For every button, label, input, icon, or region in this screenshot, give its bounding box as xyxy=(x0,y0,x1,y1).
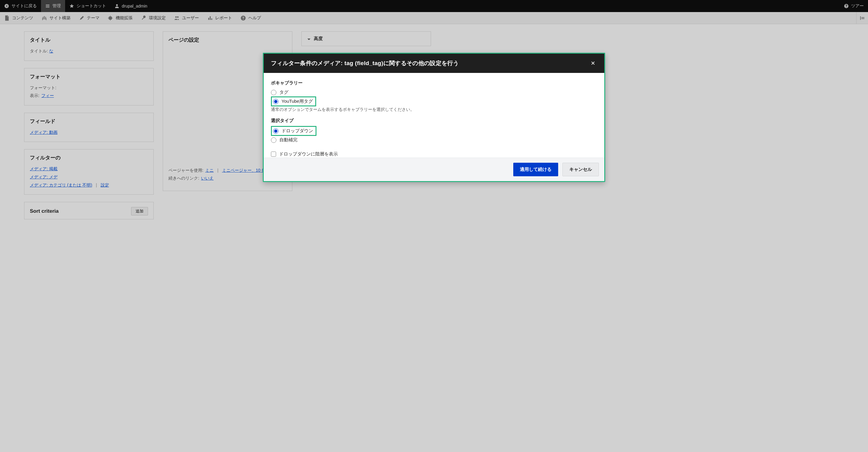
vocabulary-radio-youtube-label[interactable]: YouTube用タグ xyxy=(281,99,313,104)
dialog-header: フィルター条件のメディア: tag (field_tag)に関するその他の設定を… xyxy=(264,54,604,73)
selection-radio-autocomplete[interactable] xyxy=(271,137,276,143)
selection-radio-dropdown[interactable] xyxy=(273,128,278,134)
hierarchy-checkbox[interactable] xyxy=(271,152,276,157)
dialog-footer: 適用して続ける キャンセル xyxy=(264,158,604,181)
selection-type-group-label: 選択タイプ xyxy=(271,118,597,124)
vocabulary-group: ボキャブラリー タグ YouTube用タグ 通常のオプションでタームを表示するボ… xyxy=(271,80,597,112)
vocabulary-radio-tags-label[interactable]: タグ xyxy=(279,90,288,95)
selection-radio-dropdown-label[interactable]: ドロップダウン xyxy=(281,128,313,134)
vocabulary-radio-tags[interactable] xyxy=(271,90,276,95)
vocabulary-hint: 通常のオプションでタームを表示するボキャブラリーを選択してください。 xyxy=(271,107,597,112)
selection-type-group: 選択タイプ ドロップダウン 自動補完 xyxy=(271,118,597,144)
dialog-close-button[interactable]: ✕ xyxy=(589,59,597,67)
filter-settings-dialog: フィルター条件のメディア: tag (field_tag)に関するその他の設定を… xyxy=(263,53,605,182)
cancel-button[interactable]: キャンセル xyxy=(562,163,599,176)
selection-option-autocomplete[interactable]: 自動補完 xyxy=(271,136,597,144)
dialog-body: ボキャブラリー タグ YouTube用タグ 通常のオプションでタームを表示するボ… xyxy=(264,73,604,158)
vocabulary-option-youtube[interactable]: YouTube用タグ xyxy=(271,96,316,106)
hierarchy-checkbox-label[interactable]: ドロップダウンに階層を表示 xyxy=(279,151,338,157)
modal-overlay: フィルター条件のメディア: tag (field_tag)に関するその他の設定を… xyxy=(0,0,868,452)
hierarchy-checkbox-row[interactable]: ドロップダウンに階層を表示 xyxy=(271,150,597,157)
close-icon: ✕ xyxy=(591,60,595,67)
selection-radio-autocomplete-label[interactable]: 自動補完 xyxy=(279,137,298,143)
apply-button[interactable]: 適用して続ける xyxy=(513,163,558,176)
vocabulary-group-label: ボキャブラリー xyxy=(271,80,597,86)
selection-option-dropdown[interactable]: ドロップダウン xyxy=(271,126,316,136)
dialog-title: フィルター条件のメディア: tag (field_tag)に関するその他の設定を… xyxy=(271,59,589,67)
vocabulary-radio-youtube[interactable] xyxy=(273,99,278,104)
vocabulary-option-tags[interactable]: タグ xyxy=(271,88,597,96)
